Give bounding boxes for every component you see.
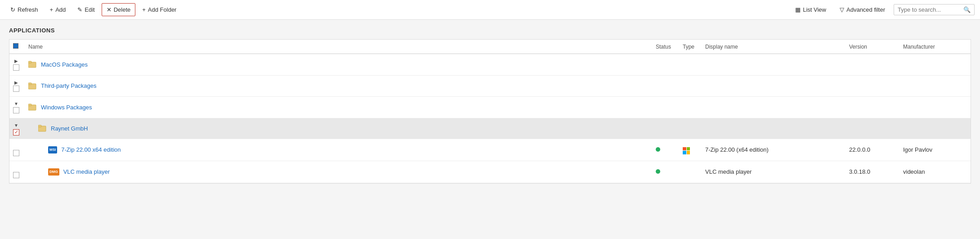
row-checkbox[interactable]: ✓ (13, 129, 19, 135)
row-type-cell (678, 75, 701, 97)
row-type-cell (678, 97, 701, 118)
col-status: Status (651, 40, 678, 54)
row-select-cell: ▶ (9, 75, 24, 97)
row-status-cell (651, 75, 678, 97)
delete-icon: ✕ (107, 6, 112, 13)
row-version-cell (845, 75, 899, 97)
row-status-cell (651, 139, 678, 161)
svg-rect-1 (28, 61, 31, 63)
row-expander[interactable]: ▶ (13, 58, 19, 64)
dmg-badge: DMG (48, 168, 59, 176)
row-display-name-cell: VLC media player (701, 161, 845, 183)
row-name-cell: MSI7-Zip 22.00 x64 edition (24, 139, 651, 161)
edit-label: Edit (85, 6, 94, 13)
add-label: Add (55, 6, 66, 13)
list-view-button[interactable]: ▦ List View (790, 3, 831, 16)
folder-icon (38, 125, 46, 132)
row-display-name-cell (701, 75, 845, 97)
add-folder-icon: + (142, 6, 146, 13)
msi-badge: MSI (48, 146, 57, 153)
col-version: Version (845, 40, 899, 54)
add-icon: + (50, 6, 54, 13)
section-title: APPLICATIONS (9, 27, 971, 34)
col-name: Name (24, 40, 651, 54)
refresh-label: Refresh (18, 6, 38, 13)
row-status-cell (651, 97, 678, 118)
row-name-link[interactable]: 7-Zip 22.00 x64 edition (61, 146, 121, 153)
row-select-cell (9, 139, 24, 161)
refresh-button[interactable]: ↻ Refresh (5, 3, 43, 16)
svg-rect-7 (38, 125, 41, 127)
row-name-link[interactable]: VLC media player (63, 168, 110, 175)
advanced-filter-button[interactable]: ▽ Advanced filter (835, 3, 890, 16)
add-button[interactable]: + Add (45, 3, 71, 16)
row-name-link[interactable]: Raynet GmbH (51, 125, 88, 132)
table-row: MSI7-Zip 22.00 x64 edition7-Zip 22.00 (x… (9, 139, 971, 161)
list-view-label: List View (803, 6, 826, 13)
row-type-cell (678, 161, 701, 183)
row-select-cell (9, 161, 24, 183)
add-folder-label: Add Folder (148, 6, 177, 13)
toolbar: ↻ Refresh + Add ✎ Edit ✕ Delete + Add Fo… (0, 0, 980, 20)
row-version-cell (845, 54, 899, 76)
row-type-cell (678, 54, 701, 76)
row-type-cell (678, 118, 701, 139)
list-view-icon: ▦ (795, 6, 801, 13)
row-version-cell (845, 97, 899, 118)
applications-table: Name Status Type Display name Version Ma… (9, 39, 971, 184)
row-manufacturer-cell (899, 118, 971, 139)
search-input[interactable] (898, 6, 961, 13)
row-name-link[interactable]: Windows Packages (41, 104, 92, 111)
row-checkbox[interactable] (13, 64, 19, 71)
row-manufacturer-cell (899, 75, 971, 97)
status-dot (656, 169, 660, 174)
table-row: ▼ Windows Packages (9, 97, 971, 118)
row-expander[interactable]: ▼ (13, 122, 19, 128)
row-expander[interactable] (13, 164, 19, 171)
table-row: DMGVLC media playerVLC media player3.0.1… (9, 161, 971, 183)
folder-icon (28, 61, 36, 68)
status-dot (656, 147, 660, 152)
row-checkbox[interactable] (13, 107, 19, 113)
table-header-row: Name Status Type Display name Version Ma… (9, 40, 971, 54)
add-folder-button[interactable]: + Add Folder (137, 3, 181, 16)
row-version-cell: 3.0.18.0 (845, 161, 899, 183)
main-content: APPLICATIONS Name Status Type Display na… (0, 20, 980, 239)
select-all-header[interactable] (9, 40, 24, 54)
row-expander[interactable]: ▶ (13, 79, 19, 86)
row-checkbox[interactable] (13, 150, 19, 156)
col-display-name: Display name (701, 40, 845, 54)
row-expander[interactable] (13, 142, 19, 149)
col-manufacturer: Manufacturer (899, 40, 971, 54)
svg-rect-3 (28, 83, 31, 85)
filter-icon: ▽ (840, 6, 844, 13)
search-box: 🔍 (894, 4, 975, 15)
table-row: ▶ MacOS Packages (9, 54, 971, 76)
row-name-cell: MacOS Packages (24, 54, 651, 76)
row-select-cell: ▼ (9, 97, 24, 118)
row-display-name-cell (701, 54, 845, 76)
delete-label: Delete (114, 6, 131, 13)
row-checkbox[interactable] (13, 172, 19, 178)
row-name-cell: DMGVLC media player (24, 161, 651, 183)
delete-button[interactable]: ✕ Delete (102, 3, 136, 16)
row-manufacturer-cell: Igor Pavlov (899, 139, 971, 161)
row-display-name-cell: 7-Zip 22.00 (x64 edition) (701, 139, 845, 161)
edit-button[interactable]: ✎ Edit (72, 3, 99, 16)
col-type: Type (678, 40, 701, 54)
table-row: ▼ ✓ Raynet GmbH (9, 118, 971, 139)
row-name-link[interactable]: MacOS Packages (41, 61, 88, 68)
row-manufacturer-cell (899, 54, 971, 76)
row-checkbox[interactable] (13, 86, 19, 92)
row-manufacturer-cell: videolan (899, 161, 971, 183)
row-type-cell (678, 139, 701, 161)
row-version-cell (845, 118, 899, 139)
row-status-cell (651, 54, 678, 76)
svg-rect-5 (28, 104, 31, 106)
row-select-cell: ▶ (9, 54, 24, 76)
row-name-link[interactable]: Third-party Packages (41, 82, 97, 89)
row-expander[interactable]: ▼ (13, 101, 19, 107)
folder-icon (28, 82, 36, 90)
row-display-name-cell (701, 118, 845, 139)
toolbar-right: ▦ List View ▽ Advanced filter 🔍 (790, 3, 975, 16)
